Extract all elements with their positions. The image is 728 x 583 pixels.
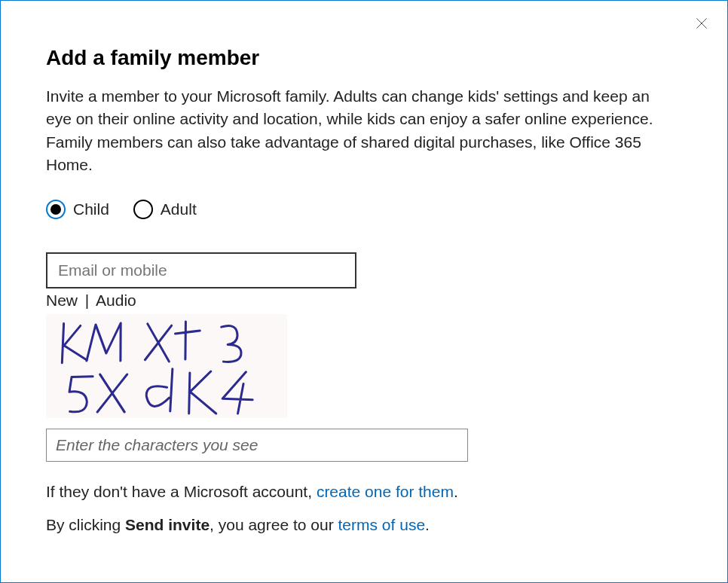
create-account-line: If they don't have a Microsoft account, …: [46, 483, 682, 501]
radio-child[interactable]: Child: [46, 200, 109, 219]
radio-circle-icon: [46, 200, 66, 219]
captcha-new-link[interactable]: New: [46, 292, 78, 309]
captcha-controls: New | Audio: [46, 292, 682, 310]
captcha-image: [46, 314, 287, 418]
radio-circle-icon: [133, 200, 153, 219]
radio-dot-icon: [50, 204, 61, 215]
radio-adult[interactable]: Adult: [133, 200, 197, 219]
create-account-suffix: .: [454, 483, 458, 500]
captcha-input[interactable]: [46, 429, 468, 462]
page-title: Add a family member: [46, 46, 682, 70]
description-text: Invite a member to your Microsoft family…: [46, 85, 656, 177]
create-account-prefix: If they don't have a Microsoft account,: [46, 483, 317, 500]
create-account-link[interactable]: create one for them: [317, 483, 454, 500]
email-mobile-input[interactable]: [46, 252, 356, 288]
separator: |: [85, 292, 89, 309]
terms-bold: Send invite: [125, 516, 210, 533]
member-type-radio-group: Child Adult: [46, 200, 682, 219]
dialog-content: Add a family member Invite a member to y…: [1, 1, 727, 534]
terms-mid: , you agree to our: [210, 516, 338, 533]
terms-line: By clicking Send invite, you agree to ou…: [46, 516, 682, 534]
radio-child-label: Child: [73, 200, 109, 218]
radio-adult-label: Adult: [161, 200, 197, 218]
terms-link[interactable]: terms of use: [338, 516, 426, 533]
terms-suffix: .: [425, 516, 430, 533]
terms-prefix: By clicking: [46, 516, 125, 533]
captcha-audio-link[interactable]: Audio: [96, 292, 136, 309]
close-button[interactable]: [693, 14, 711, 32]
